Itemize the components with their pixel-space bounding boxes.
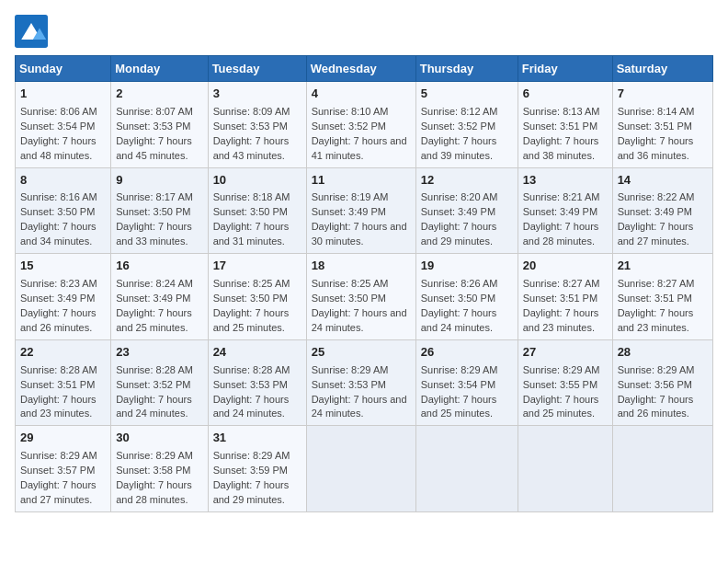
daylight: Daylight: 7 hours and 24 minutes. bbox=[116, 394, 192, 419]
daylight: Daylight: 7 hours and 33 minutes. bbox=[116, 221, 192, 247]
sunrise: Sunrise: 8:29 AM bbox=[523, 364, 600, 375]
calendar-cell: 19Sunrise: 8:26 AMSunset: 3:50 PMDayligh… bbox=[415, 254, 518, 340]
calendar-cell: 30Sunrise: 8:29 AMSunset: 3:58 PMDayligh… bbox=[111, 426, 208, 512]
day-number: 1 bbox=[20, 86, 106, 103]
day-number: 28 bbox=[618, 344, 708, 362]
daylight: Daylight: 7 hours and 39 minutes. bbox=[421, 135, 497, 161]
daylight: Daylight: 7 hours and 26 minutes. bbox=[20, 307, 97, 333]
calendar-cell: 27Sunrise: 8:29 AMSunset: 3:55 PMDayligh… bbox=[518, 339, 612, 426]
sunrise: Sunrise: 8:26 AM bbox=[421, 278, 498, 289]
calendar-cell bbox=[518, 426, 612, 512]
sunset: Sunset: 3:49 PM bbox=[116, 293, 190, 304]
sunset: Sunset: 3:54 PM bbox=[20, 121, 95, 132]
calendar-week-1: 1Sunrise: 8:06 AMSunset: 3:54 PMDaylight… bbox=[16, 82, 713, 168]
daylight: Daylight: 7 hours and 27 minutes. bbox=[618, 221, 694, 247]
calendar-header-row: SundayMondayTuesdayWednesdayThursdayFrid… bbox=[16, 56, 713, 82]
calendar-table: SundayMondayTuesdayWednesdayThursdayFrid… bbox=[15, 55, 713, 512]
day-number: 31 bbox=[213, 430, 301, 447]
sunset: Sunset: 3:51 PM bbox=[618, 293, 692, 304]
calendar-cell: 21Sunrise: 8:27 AMSunset: 3:51 PMDayligh… bbox=[612, 254, 712, 340]
sunset: Sunset: 3:50 PM bbox=[421, 293, 495, 304]
sunset: Sunset: 3:58 PM bbox=[116, 465, 190, 476]
sunset: Sunset: 3:50 PM bbox=[20, 206, 95, 217]
daylight: Daylight: 7 hours and 29 minutes. bbox=[213, 479, 290, 505]
sunrise: Sunrise: 8:14 AM bbox=[618, 106, 695, 117]
sunset: Sunset: 3:49 PM bbox=[618, 206, 692, 217]
calendar-header-wednesday: Wednesday bbox=[306, 56, 415, 82]
daylight: Daylight: 7 hours and 28 minutes. bbox=[116, 479, 192, 505]
sunset: Sunset: 3:49 PM bbox=[421, 206, 495, 217]
sunrise: Sunrise: 8:29 AM bbox=[421, 364, 498, 375]
calendar-cell: 11Sunrise: 8:19 AMSunset: 3:49 PMDayligh… bbox=[306, 167, 415, 254]
day-number: 18 bbox=[312, 258, 411, 275]
sunset: Sunset: 3:53 PM bbox=[312, 379, 386, 390]
sunset: Sunset: 3:50 PM bbox=[213, 293, 288, 304]
sunset: Sunset: 3:52 PM bbox=[421, 121, 495, 132]
sunset: Sunset: 3:51 PM bbox=[523, 121, 597, 132]
sunset: Sunset: 3:54 PM bbox=[421, 379, 495, 390]
sunset: Sunset: 3:50 PM bbox=[213, 206, 288, 217]
day-number: 19 bbox=[421, 258, 513, 275]
daylight: Daylight: 7 hours and 23 minutes. bbox=[523, 307, 599, 333]
day-number: 30 bbox=[116, 430, 202, 447]
calendar-cell: 4Sunrise: 8:10 AMSunset: 3:52 PMDaylight… bbox=[306, 82, 415, 168]
calendar-cell: 9Sunrise: 8:17 AMSunset: 3:50 PMDaylight… bbox=[111, 167, 208, 254]
daylight: Daylight: 7 hours and 27 minutes. bbox=[20, 479, 97, 505]
daylight: Daylight: 7 hours and 28 minutes. bbox=[523, 221, 599, 247]
daylight: Daylight: 7 hours and 45 minutes. bbox=[116, 135, 192, 161]
sunset: Sunset: 3:49 PM bbox=[312, 206, 386, 217]
calendar-header-tuesday: Tuesday bbox=[208, 56, 306, 82]
sunrise: Sunrise: 8:29 AM bbox=[116, 450, 193, 461]
day-number: 23 bbox=[116, 344, 202, 362]
sunrise: Sunrise: 8:21 AM bbox=[523, 191, 600, 202]
day-number: 24 bbox=[213, 344, 301, 362]
calendar-cell: 5Sunrise: 8:12 AMSunset: 3:52 PMDaylight… bbox=[415, 82, 518, 168]
sunset: Sunset: 3:57 PM bbox=[20, 465, 95, 476]
daylight: Daylight: 7 hours and 25 minutes. bbox=[116, 307, 192, 333]
daylight: Daylight: 7 hours and 38 minutes. bbox=[523, 135, 599, 161]
day-number: 17 bbox=[213, 258, 301, 275]
daylight: Daylight: 7 hours and 30 minutes. bbox=[312, 221, 407, 247]
calendar-cell: 2Sunrise: 8:07 AMSunset: 3:53 PMDaylight… bbox=[111, 82, 208, 168]
sunrise: Sunrise: 8:09 AM bbox=[213, 106, 290, 117]
sunrise: Sunrise: 8:29 AM bbox=[20, 450, 97, 461]
sunrise: Sunrise: 8:29 AM bbox=[312, 364, 389, 375]
day-number: 4 bbox=[312, 86, 411, 103]
daylight: Daylight: 7 hours and 31 minutes. bbox=[213, 221, 290, 247]
sunset: Sunset: 3:52 PM bbox=[116, 379, 190, 390]
day-number: 21 bbox=[618, 258, 708, 275]
calendar-body: 1Sunrise: 8:06 AMSunset: 3:54 PMDaylight… bbox=[16, 82, 713, 512]
calendar-header-sunday: Sunday bbox=[16, 56, 111, 82]
daylight: Daylight: 7 hours and 24 minutes. bbox=[312, 307, 407, 333]
sunset: Sunset: 3:53 PM bbox=[116, 121, 190, 132]
calendar-cell: 16Sunrise: 8:24 AMSunset: 3:49 PMDayligh… bbox=[111, 254, 208, 340]
sunrise: Sunrise: 8:29 AM bbox=[213, 450, 290, 461]
calendar-cell bbox=[415, 426, 518, 512]
day-number: 22 bbox=[20, 344, 106, 362]
daylight: Daylight: 7 hours and 26 minutes. bbox=[618, 394, 694, 419]
calendar-header-monday: Monday bbox=[111, 56, 208, 82]
day-number: 9 bbox=[116, 172, 202, 190]
sunrise: Sunrise: 8:06 AM bbox=[20, 106, 97, 117]
daylight: Daylight: 7 hours and 29 minutes. bbox=[421, 221, 497, 247]
calendar-cell: 31Sunrise: 8:29 AMSunset: 3:59 PMDayligh… bbox=[208, 426, 306, 512]
sunset: Sunset: 3:55 PM bbox=[523, 379, 597, 390]
sunrise: Sunrise: 8:28 AM bbox=[116, 364, 193, 375]
day-number: 25 bbox=[312, 344, 411, 362]
daylight: Daylight: 7 hours and 41 minutes. bbox=[312, 135, 407, 161]
daylight: Daylight: 7 hours and 24 minutes. bbox=[312, 394, 407, 419]
sunset: Sunset: 3:50 PM bbox=[116, 206, 190, 217]
sunset: Sunset: 3:52 PM bbox=[312, 121, 386, 132]
sunrise: Sunrise: 8:24 AM bbox=[116, 278, 193, 289]
calendar-week-3: 15Sunrise: 8:23 AMSunset: 3:49 PMDayligh… bbox=[16, 254, 713, 340]
day-number: 7 bbox=[618, 86, 708, 103]
day-number: 8 bbox=[20, 172, 106, 190]
calendar-cell: 23Sunrise: 8:28 AMSunset: 3:52 PMDayligh… bbox=[111, 339, 208, 426]
calendar-cell: 15Sunrise: 8:23 AMSunset: 3:49 PMDayligh… bbox=[16, 254, 111, 340]
daylight: Daylight: 7 hours and 25 minutes. bbox=[213, 307, 290, 333]
calendar-cell bbox=[612, 426, 712, 512]
sunrise: Sunrise: 8:22 AM bbox=[618, 191, 695, 202]
calendar-header-thursday: Thursday bbox=[415, 56, 518, 82]
day-number: 5 bbox=[421, 86, 513, 103]
calendar-header-saturday: Saturday bbox=[612, 56, 712, 82]
